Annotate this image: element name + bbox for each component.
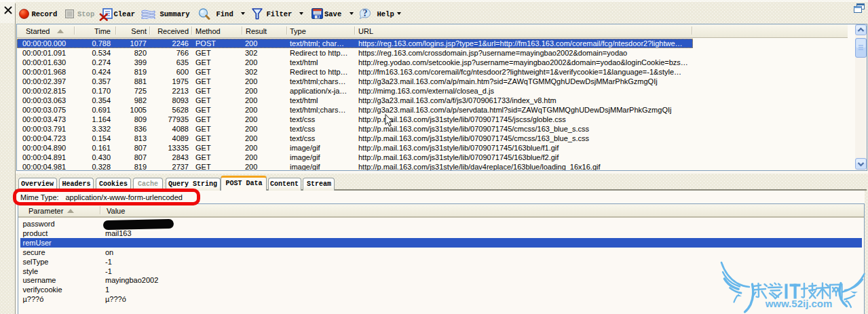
svg-text:www.52ij.com: www.52ij.com <box>765 298 833 309</box>
svg-text:?: ? <box>363 8 368 18</box>
